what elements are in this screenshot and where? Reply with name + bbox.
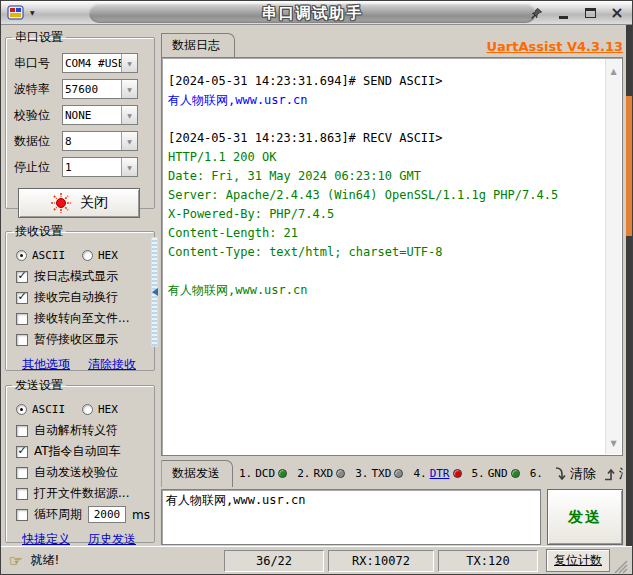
pin-name: GND: [488, 467, 508, 480]
pin-num: 3.: [355, 467, 368, 480]
send-button[interactable]: 发送: [547, 489, 623, 545]
cycle-unit-label: ms: [132, 508, 150, 522]
cycle-period-input[interactable]: [88, 506, 126, 523]
log-line: 有人物联网,www.usr.cn: [168, 281, 600, 300]
clear-send-button[interactable]: 清除: [553, 465, 596, 483]
recv-to-file-checkbox[interactable]: 接收转向至文件...: [6, 308, 154, 329]
send-input[interactable]: 有人物联网,www.usr.cn: [162, 490, 540, 544]
send-cycle-label: 循环周期: [34, 506, 82, 523]
checkbox-icon: [16, 292, 28, 304]
send-at-cr-checkbox[interactable]: AT指令自动回车: [6, 441, 154, 462]
pin-indicator-gnd: 5.GND: [472, 467, 520, 480]
dropdown-arrow-icon[interactable]: ▼: [121, 54, 137, 72]
log-line: [2024-05-31 14:23:31.694]# SEND ASCII>: [168, 72, 600, 91]
dropdown-arrow-icon[interactable]: ▼: [121, 80, 137, 98]
send-hex-radio[interactable]: HEX: [72, 398, 138, 420]
version-link[interactable]: UartAssist V4.3.13: [486, 39, 623, 57]
clear-receive-link[interactable]: 清除接收: [88, 356, 136, 373]
dropdown-arrow-icon[interactable]: ▼: [121, 132, 137, 150]
close-button[interactable]: ×: [608, 4, 626, 22]
checkbox-icon: [16, 446, 28, 458]
checkbox-icon: [16, 467, 28, 479]
close-port-button[interactable]: 关闭: [18, 188, 140, 218]
window-menu-arrow-icon[interactable]: ▼: [30, 9, 35, 16]
tab-data-log[interactable]: 数据日志: [161, 33, 235, 57]
dropdown-arrow-icon[interactable]: ▼: [121, 106, 137, 124]
baudrate-value: 57600: [63, 83, 98, 96]
send-ascii-label: ASCII: [32, 403, 65, 416]
window-title: 串口调试助手: [262, 4, 364, 23]
port-select[interactable]: COM4 #USB ▼: [62, 53, 138, 73]
send-parity-checkbox[interactable]: 自动发送校验位: [6, 462, 154, 483]
send-at-cr-label: AT指令自动回车: [34, 443, 121, 460]
radio-icon: [82, 404, 93, 415]
recv-log-mode-checkbox[interactable]: 按日志模式显示: [6, 266, 154, 287]
recv-ascii-radio[interactable]: ASCII: [6, 244, 72, 266]
led-icon: [394, 469, 403, 478]
checkbox-icon: [16, 509, 28, 521]
log-line: [168, 110, 600, 129]
pin-name: DCD: [255, 467, 275, 480]
statusbar: ☞ 就绪! 36/22 RX:10072 TX:120 复位计数: [1, 546, 632, 574]
chevron-left-icon: [148, 288, 158, 296]
status-hand-icon: ☞: [9, 552, 22, 570]
minimize-button[interactable]: [554, 4, 572, 22]
log-line: [2024-05-31 14:23:31.863]# RECV ASCII>: [168, 129, 600, 148]
recv-to-file-label: 接收转向至文件...: [34, 310, 129, 327]
send-settings-title: 发送设置: [12, 377, 66, 394]
pin-num: 1.: [239, 467, 252, 480]
checkbox-icon: [16, 425, 28, 437]
scroll-down-icon[interactable]: ▼: [606, 439, 621, 448]
window-edge-scroll-strip[interactable]: [626, 25, 632, 546]
send-escape-checkbox[interactable]: 自动解析转义符: [6, 420, 154, 441]
recv-hex-radio[interactable]: HEX: [72, 244, 138, 266]
radio-icon: [16, 404, 27, 415]
edge-scroll-thumb[interactable]: [626, 96, 632, 236]
app-icon[interactable]: [7, 4, 24, 21]
status-message: 就绪!: [30, 552, 220, 569]
log-line: HTTP/1.1 200 OK: [168, 148, 600, 167]
data-log-area[interactable]: [2024-05-31 14:23:31.694]# SEND ASCII> 有…: [161, 57, 623, 456]
pin-on-top-button[interactable]: [527, 4, 545, 22]
log-scrollbar[interactable]: ▲ ▼: [605, 59, 621, 454]
pin-name-dtr-link[interactable]: DTR: [430, 467, 450, 480]
baudrate-select[interactable]: 57600 ▼: [62, 79, 138, 99]
stopbits-label: 停止位: [14, 159, 62, 176]
maximize-button[interactable]: [581, 4, 599, 22]
recv-hex-label: HEX: [98, 249, 118, 262]
led-icon: [278, 469, 287, 478]
scroll-up-icon[interactable]: ▲: [606, 67, 621, 76]
send-settings-group: 发送设置 ASCII HEX 自动解析转义符 AT指令自动回车 自动发送校验位 …: [5, 377, 155, 543]
serial-settings-title: 串口设置: [12, 29, 66, 46]
pushpin-icon: [530, 7, 543, 20]
baudrate-label: 波特率: [14, 81, 62, 98]
send-file-source-checkbox[interactable]: 打开文件数据源...: [6, 483, 154, 504]
send-ascii-radio[interactable]: ASCII: [6, 398, 72, 420]
send-escape-label: 自动解析转义符: [34, 422, 118, 439]
app-window: ▼ 串口调试助手 × 串口设置 串口号 COM4 #USB ▼: [0, 0, 633, 575]
reset-count-button[interactable]: 复位计数: [546, 549, 610, 572]
log-line: Content-Length: 21: [168, 224, 600, 243]
log-lines: [2024-05-31 14:23:31.694]# SEND ASCII> 有…: [168, 72, 600, 300]
panel-collapse-splitter[interactable]: [151, 237, 158, 347]
send-cycle-checkbox[interactable]: 循环周期 ms: [6, 504, 154, 525]
databits-select[interactable]: 8 ▼: [62, 131, 138, 151]
log-line: Date: Fri, 31 May 2024 06:23:10 GMT: [168, 167, 600, 186]
resize-grip[interactable]: [614, 560, 628, 574]
arrow-up-turn-icon: [602, 466, 616, 482]
recv-pause-checkbox[interactable]: 暂停接收区显示: [6, 329, 154, 350]
pin-indicator-dtr[interactable]: 4.DTR: [413, 467, 461, 480]
parity-select[interactable]: NONE ▼: [62, 105, 138, 125]
recv-auto-newline-checkbox[interactable]: 接收完自动换行: [6, 287, 154, 308]
log-line: Content-Type: text/html; charset=UTF-8: [168, 243, 600, 262]
tab-data-send[interactable]: 数据发送: [161, 460, 233, 487]
other-options-link[interactable]: 其他选项: [22, 356, 70, 373]
clear-receive-button[interactable]: 清除: [602, 465, 623, 483]
pin-name: TXD: [372, 467, 392, 480]
checkbox-icon: [16, 334, 28, 346]
dropdown-arrow-icon[interactable]: ▼: [121, 158, 137, 176]
stopbits-select[interactable]: 1 ▼: [62, 157, 138, 177]
titlebar[interactable]: ▼ 串口调试助手 ×: [1, 1, 632, 25]
checkbox-icon: [16, 271, 28, 283]
frame-count-box: 36/22: [224, 550, 324, 572]
